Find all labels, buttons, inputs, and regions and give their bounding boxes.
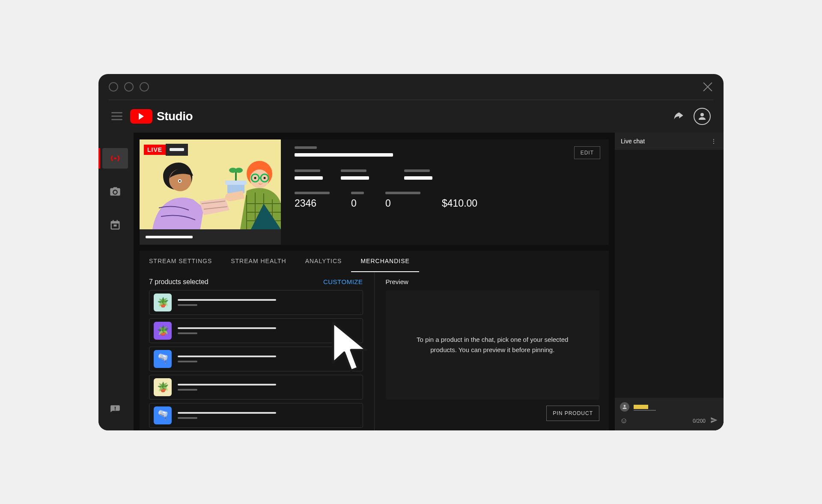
product-thumbnail: 🪴 xyxy=(154,294,172,311)
stat-value: 0 xyxy=(351,198,364,209)
product-thumbnail: 🫗 xyxy=(154,406,172,424)
menu-icon[interactable] xyxy=(111,112,122,120)
product-list: 🪴🪴🫗🪴🫗 xyxy=(149,290,363,428)
product-text xyxy=(178,299,276,306)
edit-button[interactable]: EDIT xyxy=(574,146,600,159)
send-icon[interactable] xyxy=(710,416,718,426)
svg-point-8 xyxy=(264,177,266,179)
more-icon[interactable]: ⋮ xyxy=(711,138,718,145)
svg-rect-10 xyxy=(225,181,247,185)
nav-webcam[interactable] xyxy=(102,181,128,202)
tab-stream-settings[interactable]: STREAM SETTINGS xyxy=(140,251,221,272)
preview-title: Preview xyxy=(386,278,600,285)
product-row[interactable]: 🫗 xyxy=(149,347,363,371)
youtube-logo-icon xyxy=(130,109,152,124)
tabs-card: STREAM SETTINGS STREAM HEALTH ANALYTICS … xyxy=(140,251,609,430)
stat-value: 0 xyxy=(385,198,420,209)
customize-link[interactable]: CUSTOMIZE xyxy=(323,278,363,285)
app-topbar: Studio xyxy=(98,100,724,133)
window-control-dot[interactable] xyxy=(140,82,149,92)
live-chat-input-area: ☺ 0/200 xyxy=(615,398,724,430)
window-control-dot[interactable] xyxy=(109,82,118,92)
person-icon xyxy=(697,111,707,122)
emoji-picker-icon[interactable]: ☺ xyxy=(620,416,628,425)
svg-point-2 xyxy=(179,180,181,182)
product-text xyxy=(178,327,276,334)
tab-analytics[interactable]: ANALYTICS xyxy=(296,251,351,272)
window-control-dot[interactable] xyxy=(124,82,134,92)
preview-text: To pin a product in the chat, pick one o… xyxy=(403,335,582,355)
products-pane: 7 products selected CUSTOMIZE 🪴🪴🫗🪴🫗 xyxy=(140,272,372,430)
account-avatar[interactable] xyxy=(694,108,711,125)
live-chat-header: Live chat ⋮ xyxy=(615,133,724,150)
stat-row: 2346 0 0 $410.00 xyxy=(295,192,574,209)
product-thumbnail: 🪴 xyxy=(154,378,172,396)
camera-icon xyxy=(109,186,121,198)
live-chat-title: Live chat xyxy=(621,138,645,145)
chat-username-chip xyxy=(634,405,648,409)
chat-char-counter: 0/200 xyxy=(693,418,706,424)
live-badge-label: LIVE xyxy=(144,145,166,155)
broadcast-icon xyxy=(109,152,122,165)
products-selected-label: 7 products selected xyxy=(149,278,208,286)
brand[interactable]: Studio xyxy=(130,109,193,124)
product-text xyxy=(178,384,276,391)
product-row[interactable]: 🪴 xyxy=(149,290,363,315)
person-icon xyxy=(622,404,628,410)
stream-info-card: LIVE xyxy=(140,139,609,245)
divider xyxy=(374,272,375,430)
svg-point-7 xyxy=(254,177,256,179)
chat-user-avatar xyxy=(620,402,629,412)
nav-feedback[interactable] xyxy=(102,400,128,420)
tab-row: STREAM SETTINGS STREAM HEALTH ANALYTICS … xyxy=(140,251,609,272)
tab-stream-health[interactable]: STREAM HEALTH xyxy=(221,251,295,272)
product-row[interactable]: 🪴 xyxy=(149,318,363,343)
product-row[interactable]: 🪴 xyxy=(149,375,363,400)
brand-name: Studio xyxy=(157,110,193,123)
chat-user-row xyxy=(620,402,718,412)
left-nav xyxy=(98,133,132,430)
feedback-icon xyxy=(110,404,121,415)
window-titlebar xyxy=(98,74,724,100)
product-text xyxy=(178,356,276,362)
product-thumbnail: 🫗 xyxy=(154,350,172,368)
svg-point-12 xyxy=(235,168,243,173)
stream-thumbnail: LIVE xyxy=(140,139,281,229)
live-chat-panel: Live chat ⋮ ☺ 0/200 xyxy=(615,133,724,430)
nav-schedule[interactable] xyxy=(102,215,128,235)
app-window: Studio xyxy=(98,74,724,430)
tab-merchandise[interactable]: MERCHANDISE xyxy=(351,251,419,272)
pin-product-button[interactable]: PIN PRODUCT xyxy=(546,406,599,421)
share-icon[interactable] xyxy=(672,110,684,122)
window-controls xyxy=(109,82,149,92)
preview-box: To pin a product in the chat, pick one o… xyxy=(386,291,600,400)
calendar-icon xyxy=(109,219,121,231)
product-text xyxy=(178,412,276,419)
live-chat-messages[interactable] xyxy=(615,150,724,398)
stat-value: $410.00 xyxy=(442,198,477,209)
product-row[interactable]: 🫗 xyxy=(149,403,363,428)
nav-stream[interactable] xyxy=(102,148,128,169)
stream-metadata: 2346 0 0 $410.00 xyxy=(295,146,574,209)
stat-value: 2346 xyxy=(295,198,330,209)
preview-pane: Preview To pin a product in the chat, pi… xyxy=(376,272,609,430)
live-badge: LIVE xyxy=(144,144,188,156)
thumbnail-caption xyxy=(140,229,281,245)
product-thumbnail: 🪴 xyxy=(154,322,172,340)
close-icon[interactable] xyxy=(702,81,713,92)
